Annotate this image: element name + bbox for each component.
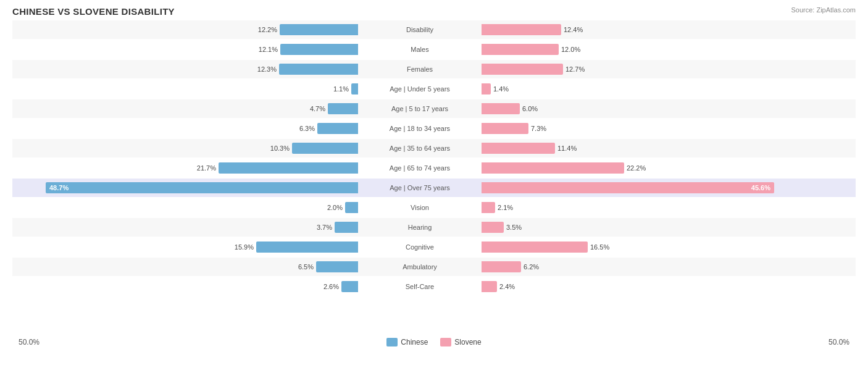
bar-right bbox=[482, 123, 528, 134]
table-row: 4.7% Age | 5 to 17 years 6.0% bbox=[12, 99, 856, 118]
source-label: Source: ZipAtlas.com bbox=[791, 6, 856, 14]
table-row: 15.9% Cognitive 16.5% bbox=[12, 238, 856, 256]
bar-right-container: 1.4% bbox=[482, 80, 827, 98]
bar-left bbox=[328, 103, 358, 114]
bar-right-container: 6.0% bbox=[482, 99, 827, 118]
left-value: 12.1% bbox=[256, 46, 278, 53]
bar-right-container: 45.6% bbox=[482, 178, 827, 197]
right-value: 6.2% bbox=[524, 263, 546, 271]
row-label: Ambulatory bbox=[358, 263, 482, 271]
right-value: 45.6% bbox=[751, 184, 770, 191]
row-label: Self-Care bbox=[358, 283, 482, 290]
right-value: 16.5% bbox=[590, 243, 612, 251]
footer-left-label: 50.0% bbox=[19, 338, 40, 346]
table-row: 48.7% Age | Over 75 years 45.6% bbox=[12, 178, 856, 197]
bar-left-container: 4.7% bbox=[12, 99, 358, 118]
bar-right bbox=[482, 222, 504, 233]
chart-container: CHINESE VS SLOVENE DISABILITY Source: Zi… bbox=[0, 0, 868, 378]
bar-left bbox=[219, 162, 358, 174]
bar-left-container: 6.5% bbox=[12, 258, 358, 276]
left-value: 48.7% bbox=[49, 184, 69, 191]
right-value: 6.0% bbox=[522, 105, 545, 112]
right-value: 12.4% bbox=[564, 26, 586, 33]
bar-left bbox=[280, 24, 358, 35]
bar-right-container: 12.4% bbox=[482, 20, 827, 39]
bar-left bbox=[345, 202, 358, 213]
bar-right-container: 7.3% bbox=[482, 119, 827, 138]
row-label: Age | 35 to 64 years bbox=[358, 145, 482, 152]
bar-right-container: 12.7% bbox=[482, 60, 827, 78]
table-row: 12.2% Disability 12.4% bbox=[12, 20, 856, 39]
bar-left bbox=[316, 261, 358, 272]
legend-chinese-box bbox=[386, 338, 398, 346]
right-value: 3.5% bbox=[506, 224, 528, 231]
bar-right bbox=[482, 103, 520, 114]
left-value: 2.0% bbox=[320, 204, 343, 211]
bar-right bbox=[482, 202, 495, 213]
bar-right bbox=[482, 44, 559, 55]
row-label: Age | 18 to 34 years bbox=[358, 125, 482, 132]
table-row: 2.0% Vision 2.1% bbox=[12, 198, 856, 217]
bar-left-container: 15.9% bbox=[12, 238, 358, 256]
left-value: 21.7% bbox=[194, 164, 216, 172]
left-value: 6.5% bbox=[291, 263, 314, 271]
bar-left-container: 10.3% bbox=[12, 139, 358, 158]
bar-left-container: 2.6% bbox=[12, 277, 358, 296]
bar-right bbox=[482, 261, 521, 272]
right-value: 11.4% bbox=[557, 145, 580, 152]
chart-area: 12.2% Disability 12.4% 12.1% Males 12.0%… bbox=[12, 20, 856, 335]
bar-right-container: 11.4% bbox=[482, 139, 827, 158]
bar-right-container: 6.2% bbox=[482, 258, 827, 276]
right-value: 12.7% bbox=[565, 65, 588, 73]
right-value: 22.2% bbox=[627, 164, 649, 172]
footer-right-label: 50.0% bbox=[828, 338, 849, 346]
bar-right-container: 2.4% bbox=[482, 277, 827, 296]
bar-right-container: 12.0% bbox=[482, 40, 827, 59]
right-value: 2.1% bbox=[498, 204, 520, 211]
bar-right bbox=[482, 242, 588, 253]
bar-right bbox=[482, 162, 624, 174]
row-label: Hearing bbox=[358, 224, 482, 231]
bar-left-container: 12.3% bbox=[12, 60, 358, 78]
table-row: 21.7% Age | 65 to 74 years 22.2% bbox=[12, 159, 856, 177]
legend-slovene-label: Slovene bbox=[454, 338, 481, 346]
table-row: 6.3% Age | 18 to 34 years 7.3% bbox=[12, 119, 856, 138]
row-label: Disability bbox=[358, 26, 482, 33]
bar-left-container: 2.0% bbox=[12, 198, 358, 217]
bar-left bbox=[317, 123, 358, 134]
legend: Chinese Slovene bbox=[386, 338, 481, 346]
bar-right-container: 3.5% bbox=[482, 218, 827, 237]
left-value: 2.6% bbox=[317, 283, 339, 290]
row-label: Males bbox=[358, 46, 482, 53]
bar-left bbox=[335, 222, 358, 233]
table-row: 1.1% Age | Under 5 years 1.4% bbox=[12, 80, 856, 98]
left-value: 10.3% bbox=[267, 145, 290, 152]
bar-right-container: 16.5% bbox=[482, 238, 827, 256]
legend-chinese: Chinese bbox=[386, 338, 428, 346]
chart-footer: 50.0% Chinese Slovene 50.0% bbox=[12, 338, 856, 346]
bar-right bbox=[482, 143, 555, 154]
right-value: 12.0% bbox=[561, 46, 583, 53]
bar-right bbox=[482, 281, 497, 292]
bar-left bbox=[280, 44, 358, 55]
row-label: Vision bbox=[358, 204, 482, 211]
bar-left: 48.7% bbox=[46, 182, 358, 193]
bar-left bbox=[279, 64, 358, 75]
bar-right bbox=[482, 64, 563, 75]
table-row: 12.3% Females 12.7% bbox=[12, 60, 856, 78]
bar-right bbox=[482, 83, 491, 94]
row-label: Age | 5 to 17 years bbox=[358, 105, 482, 112]
bar-left-container: 21.7% bbox=[12, 159, 358, 177]
table-row: 12.1% Males 12.0% bbox=[12, 40, 856, 59]
bar-right: 45.6% bbox=[482, 182, 774, 193]
legend-chinese-label: Chinese bbox=[401, 338, 428, 346]
bar-right-container: 2.1% bbox=[482, 198, 827, 217]
bar-right bbox=[482, 24, 561, 35]
left-value: 6.3% bbox=[293, 125, 315, 132]
bar-left bbox=[351, 83, 358, 94]
left-value: 15.9% bbox=[232, 243, 254, 251]
bar-left bbox=[256, 242, 358, 253]
row-label: Cognitive bbox=[358, 243, 482, 251]
bar-left bbox=[341, 281, 358, 292]
table-row: 6.5% Ambulatory 6.2% bbox=[12, 258, 856, 276]
